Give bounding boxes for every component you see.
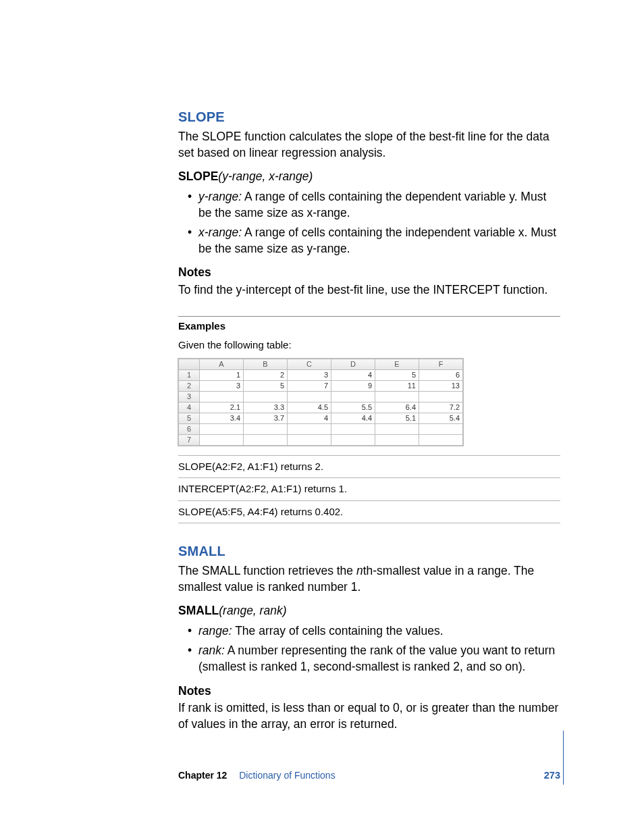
cell bbox=[375, 435, 419, 446]
cell bbox=[244, 435, 288, 446]
cell: 2.1 bbox=[200, 402, 244, 413]
cell: 5.1 bbox=[375, 413, 419, 424]
cell: 3.7 bbox=[244, 413, 288, 424]
small-signature: SMALL(range, rank) bbox=[178, 603, 560, 619]
cell bbox=[200, 424, 244, 435]
cell: 4 bbox=[331, 370, 375, 381]
example-results: SLOPE(A2:F2, A1:F1) returns 2. INTERCEPT… bbox=[178, 455, 560, 523]
cell: 5.5 bbox=[331, 402, 375, 413]
row-header: 1 bbox=[179, 370, 200, 381]
rule bbox=[178, 316, 560, 317]
slope-notes-head: Notes bbox=[178, 265, 560, 281]
page-footer: Chapter 12 Dictionary of Functions 273 bbox=[178, 769, 560, 783]
footer-page-number: 273 bbox=[544, 769, 560, 783]
col-header: C bbox=[288, 359, 331, 370]
cell bbox=[419, 435, 463, 446]
small-param-list: range: The array of cells containing the… bbox=[178, 623, 560, 675]
cell bbox=[331, 392, 375, 402]
cell bbox=[244, 424, 288, 435]
small-param-rank: rank: A number representing the rank of … bbox=[178, 643, 560, 675]
cell: 6.4 bbox=[375, 402, 419, 413]
cell bbox=[244, 392, 288, 402]
row-header: 6 bbox=[179, 424, 200, 435]
cell bbox=[331, 424, 375, 435]
cell: 5 bbox=[244, 381, 288, 392]
row-header: 7 bbox=[179, 435, 200, 446]
cell: 4.4 bbox=[331, 413, 375, 424]
cell: 3 bbox=[288, 370, 331, 381]
cell bbox=[200, 435, 244, 446]
slope-description: The SLOPE function calculates the slope … bbox=[178, 129, 560, 161]
slope-param-x: x-range: A range of cells containing the… bbox=[178, 225, 560, 257]
small-description: The SMALL function retrieves the nth-sma… bbox=[178, 563, 560, 595]
cell bbox=[419, 424, 463, 435]
examples-intro: Given the following table: bbox=[178, 338, 560, 352]
footer-chapter: Chapter 12 bbox=[178, 770, 227, 781]
slope-param-list: y-range: A range of cells containing the… bbox=[178, 189, 560, 257]
cell: 3 bbox=[200, 381, 244, 392]
cell: 4.5 bbox=[288, 402, 331, 413]
col-header: E bbox=[375, 359, 419, 370]
row-header: 2 bbox=[179, 381, 200, 392]
example-line: SLOPE(A5:F5, A4:F4) returns 0.402. bbox=[178, 501, 560, 523]
slope-signature: SLOPE(y-range, x-range) bbox=[178, 169, 560, 185]
heading-small: SMALL bbox=[178, 542, 560, 561]
cell: 3.4 bbox=[200, 413, 244, 424]
heading-slope: SLOPE bbox=[178, 108, 560, 126]
slope-notes: To find the y-intercept of the best-fit … bbox=[178, 282, 560, 298]
cell: 1 bbox=[200, 370, 244, 381]
cell bbox=[375, 392, 419, 402]
small-param-range: range: The array of cells containing the… bbox=[178, 623, 560, 640]
cell: 11 bbox=[375, 381, 419, 392]
cell bbox=[419, 392, 463, 402]
cell: 2 bbox=[244, 370, 288, 381]
small-notes-head: Notes bbox=[178, 683, 560, 700]
cell: 4 bbox=[288, 413, 331, 424]
cell bbox=[288, 392, 331, 402]
small-notes: If rank is omitted, is less than or equa… bbox=[178, 700, 560, 732]
row-header: 5 bbox=[179, 413, 200, 424]
page-content: SLOPE The SLOPE function calculates the … bbox=[178, 108, 560, 739]
cell bbox=[288, 435, 331, 446]
footer-rule bbox=[563, 731, 564, 785]
col-header: B bbox=[244, 359, 288, 370]
row-header: 4 bbox=[179, 402, 200, 413]
cell: 5 bbox=[375, 370, 419, 381]
footer-title: Dictionary of Functions bbox=[239, 770, 335, 781]
col-header: A bbox=[200, 359, 244, 370]
example-spreadsheet: A B C D E F 1 1 2 3 4 5 6 2 3 5 7 9 11 1… bbox=[178, 359, 463, 446]
cell: 5.4 bbox=[419, 413, 463, 424]
cell: 13 bbox=[419, 381, 463, 392]
col-header: F bbox=[419, 359, 463, 370]
row-header: 3 bbox=[179, 392, 200, 402]
cell bbox=[375, 424, 419, 435]
cell bbox=[288, 424, 331, 435]
cell bbox=[200, 392, 244, 402]
cell: 9 bbox=[331, 381, 375, 392]
table-header-row: A B C D E F bbox=[179, 359, 463, 370]
cell: 7.2 bbox=[419, 402, 463, 413]
cell bbox=[331, 435, 375, 446]
slope-param-y: y-range: A range of cells containing the… bbox=[178, 189, 560, 221]
example-line: INTERCEPT(A2:F2, A1:F1) returns 1. bbox=[178, 478, 560, 500]
cell: 3.3 bbox=[244, 402, 288, 413]
col-header: D bbox=[331, 359, 375, 370]
cell: 7 bbox=[288, 381, 331, 392]
examples-head: Examples bbox=[178, 319, 560, 333]
example-line: SLOPE(A2:F2, A1:F1) returns 2. bbox=[178, 456, 560, 478]
cell: 6 bbox=[419, 370, 463, 381]
corner-cell bbox=[179, 359, 200, 370]
